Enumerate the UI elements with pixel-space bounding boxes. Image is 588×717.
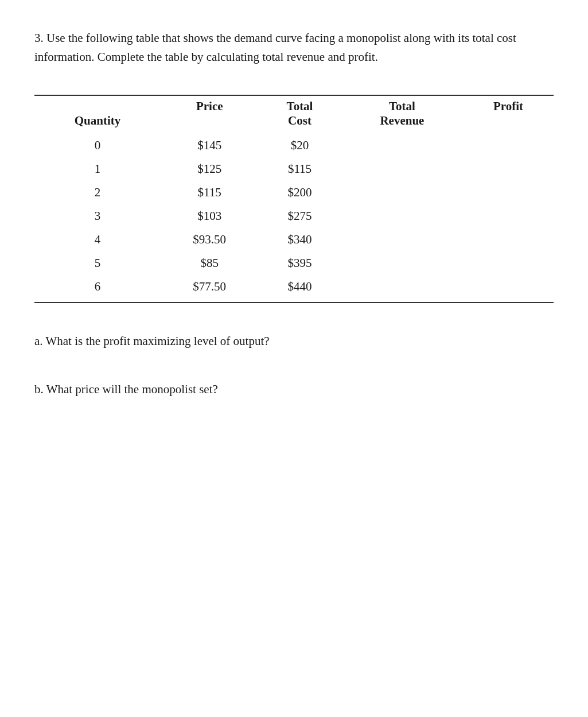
- cell-total_revenue-4: [341, 228, 463, 251]
- cell-profit-5: [463, 251, 554, 275]
- sub-question-a-text: What is the profit maximizing level of o…: [45, 334, 269, 348]
- sub-question-b-label: b.: [34, 382, 46, 396]
- cell-quantity-1: 1: [34, 157, 161, 181]
- cell-total_revenue-1: [341, 157, 463, 181]
- data-table-section: Quantity Price Total Cost Total Revenue: [34, 95, 554, 303]
- cell-total_revenue-3: [341, 204, 463, 228]
- cell-quantity-4: 4: [34, 228, 161, 251]
- cell-profit-6: [463, 275, 554, 303]
- cell-total_cost-0: $20: [258, 130, 341, 157]
- sub-questions-section: a. What is the profit maximizing level o…: [34, 332, 554, 399]
- cell-price-3: $103: [161, 204, 258, 228]
- col-header-quantity: Quantity: [34, 95, 161, 130]
- cell-total_cost-1: $115: [258, 157, 341, 181]
- cell-profit-4: [463, 228, 554, 251]
- question-block: 3. Use the following table that shows th…: [34, 29, 554, 399]
- cell-total_revenue-6: [341, 275, 463, 303]
- table-header-row: Quantity Price Total Cost Total Revenue: [34, 95, 554, 130]
- cell-total_cost-4: $340: [258, 228, 341, 251]
- cell-price-5: $85: [161, 251, 258, 275]
- cell-quantity-5: 5: [34, 251, 161, 275]
- table-row: 5$85$395: [34, 251, 554, 275]
- sub-question-a-label: a.: [34, 334, 45, 348]
- col-header-total-cost: Total Cost: [258, 95, 341, 130]
- table-row: 1$125$115: [34, 157, 554, 181]
- cell-price-2: $115: [161, 181, 258, 204]
- cell-total_revenue-5: [341, 251, 463, 275]
- cell-price-0: $145: [161, 130, 258, 157]
- table-body: 0$145$201$125$1152$115$2003$103$2754$93.…: [34, 130, 554, 303]
- sub-question-a: a. What is the profit maximizing level o…: [34, 332, 554, 351]
- cell-price-6: $77.50: [161, 275, 258, 303]
- cell-quantity-3: 3: [34, 204, 161, 228]
- cell-total_cost-5: $395: [258, 251, 341, 275]
- cell-quantity-6: 6: [34, 275, 161, 303]
- cell-price-4: $93.50: [161, 228, 258, 251]
- table-row: 2$115$200: [34, 181, 554, 204]
- economics-table: Quantity Price Total Cost Total Revenue: [34, 95, 554, 303]
- cell-profit-1: [463, 157, 554, 181]
- cell-profit-0: [463, 130, 554, 157]
- cell-quantity-0: 0: [34, 130, 161, 157]
- cell-quantity-2: 2: [34, 181, 161, 204]
- table-row: 4$93.50$340: [34, 228, 554, 251]
- col-header-profit: Profit: [463, 95, 554, 130]
- table-row: 6$77.50$440: [34, 275, 554, 303]
- cell-profit-2: [463, 181, 554, 204]
- question-text: 3. Use the following table that shows th…: [34, 29, 554, 66]
- sub-question-b-text: What price will the monopolist set?: [46, 382, 218, 396]
- cell-total_cost-6: $440: [258, 275, 341, 303]
- cell-total_cost-2: $200: [258, 181, 341, 204]
- col-header-total-revenue: Total Revenue: [341, 95, 463, 130]
- cell-profit-3: [463, 204, 554, 228]
- cell-total_cost-3: $275: [258, 204, 341, 228]
- question-body: Use the following table that shows the d…: [34, 31, 516, 64]
- cell-total_revenue-0: [341, 130, 463, 157]
- cell-total_revenue-2: [341, 181, 463, 204]
- cell-price-1: $125: [161, 157, 258, 181]
- table-row: 0$145$20: [34, 130, 554, 157]
- sub-question-b: b. What price will the monopolist set?: [34, 380, 554, 400]
- table-row: 3$103$275: [34, 204, 554, 228]
- question-number: 3.: [34, 31, 44, 45]
- col-header-price: Price: [161, 95, 258, 130]
